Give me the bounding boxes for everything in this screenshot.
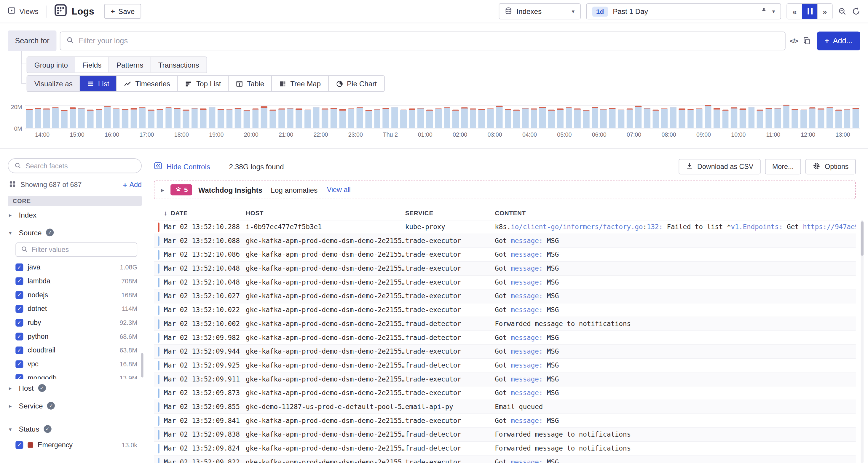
facet-item-cloudtrail[interactable]: ✓cloudtrail63.8M [8, 343, 144, 357]
facet-header-index[interactable]: ▸Index [8, 206, 144, 224]
histogram-bar[interactable] [574, 109, 581, 128]
facet-item-mongodb[interactable]: ✓mongodb13.9M [8, 371, 144, 379]
histogram-bar[interactable] [339, 110, 346, 128]
checkbox-checked[interactable]: ✓ [16, 346, 23, 354]
histogram-bar[interactable] [679, 109, 685, 128]
facet-search-input[interactable] [26, 162, 135, 169]
histogram-bar[interactable] [217, 110, 224, 128]
log-row[interactable]: Mar 02 13:52:09.911gke-kafka-apm-prod-de… [154, 373, 856, 387]
log-row[interactable]: Mar 02 13:52:10.048gke-kafka-apm-prod-de… [154, 276, 856, 289]
viz-tab-list[interactable]: List [80, 76, 117, 91]
histogram-bar[interactable] [244, 110, 250, 128]
download-csv-button[interactable]: Download as CSV [678, 159, 761, 174]
histogram-bar[interactable] [435, 108, 441, 128]
log-row[interactable]: Mar 02 13:52:09.838gke-kafka-apm-prod-de… [154, 428, 856, 442]
histogram-bar[interactable] [539, 107, 546, 128]
viz-tab-tree-map[interactable]: Tree Map [272, 76, 328, 91]
log-row[interactable]: Mar 02 13:52:09.925gke-kafka-apm-prod-de… [154, 359, 856, 373]
column-header-content[interactable]: CONTENT [495, 210, 856, 216]
views-button[interactable]: Views [8, 6, 38, 16]
histogram-bar[interactable] [774, 108, 781, 128]
facet-item-emergency[interactable]: ✓Emergency13.0k [8, 438, 144, 452]
facet-header-status[interactable]: ▾Status✓ [8, 420, 144, 438]
histogram-bar[interactable] [278, 109, 285, 128]
histogram-bar[interactable] [478, 110, 485, 128]
log-row[interactable]: Mar 02 13:52:10.088gke-kafka-apm-prod-de… [154, 234, 856, 248]
log-row[interactable]: Mar 02 13:52:10.022gke-kafka-apm-prod-de… [154, 303, 856, 317]
checkbox-checked[interactable]: ✓ [16, 360, 23, 368]
histogram-bar[interactable] [392, 107, 398, 128]
histogram-bar[interactable] [426, 110, 433, 128]
add-facet-link[interactable]: +Add [123, 181, 142, 189]
histogram-bar[interactable] [740, 109, 746, 128]
histogram-bar[interactable] [748, 107, 755, 128]
checkbox-checked[interactable]: ✓ [16, 332, 23, 340]
time-range-picker[interactable]: 1d Past 1 Day ▾ [586, 3, 781, 19]
facet-item-java[interactable]: ✓java1.08G [8, 260, 144, 274]
checkbox-checked[interactable]: ✓ [16, 277, 23, 285]
histogram-bar[interactable] [844, 109, 850, 128]
viz-tab-top-list[interactable]: Top List [177, 76, 228, 91]
histogram-bar[interactable] [409, 109, 415, 128]
histogram-bar[interactable] [731, 107, 737, 128]
search-input[interactable] [79, 36, 779, 45]
facet-header-service[interactable]: ▸Service✓ [8, 397, 144, 415]
histogram-bar[interactable] [609, 108, 615, 128]
checkbox-checked[interactable]: ✓ [16, 374, 23, 379]
table-scrollbar[interactable] [861, 220, 864, 463]
histogram-bar[interactable] [70, 107, 76, 128]
column-header-service[interactable]: SERVICE [405, 210, 495, 216]
histogram-bar[interactable] [557, 109, 563, 128]
chevron-right-icon[interactable]: ▸ [161, 186, 164, 193]
histogram-bar[interactable] [61, 110, 67, 128]
histogram-bar[interactable] [191, 108, 198, 128]
histogram-bar[interactable] [139, 107, 146, 128]
histogram-bar[interactable] [104, 106, 111, 128]
log-row[interactable]: Mar 02 13:52:09.873gke-kafka-apm-prod-de… [154, 386, 856, 400]
zoom-out-icon[interactable] [838, 7, 846, 16]
log-row[interactable]: Mar 02 13:52:09.824gke-kafka-apm-prod-de… [154, 442, 856, 456]
histogram-bar[interactable] [496, 106, 502, 128]
viz-tab-table[interactable]: Table [228, 76, 272, 91]
histogram-bar[interactable] [705, 105, 711, 128]
histogram-bar[interactable] [305, 110, 311, 128]
histogram-bar[interactable] [52, 107, 59, 128]
facet-header-host[interactable]: ▸Host✓ [8, 379, 144, 397]
histogram-bar[interactable] [687, 110, 694, 128]
histogram-bar[interactable] [600, 109, 607, 128]
histogram-bar[interactable] [174, 108, 181, 128]
histogram-bar[interactable] [800, 110, 807, 128]
histogram-bar[interactable] [548, 110, 555, 128]
histogram-bar[interactable] [270, 110, 276, 128]
log-row[interactable]: Mar 02 13:52:09.841gke-kafka-apm-prod-de… [154, 414, 856, 428]
histogram-bar[interactable] [583, 110, 589, 128]
column-header-host[interactable]: HOST [246, 210, 405, 216]
pin-icon[interactable] [761, 7, 767, 16]
pause-button[interactable] [802, 4, 817, 19]
save-button[interactable]: + Save [104, 4, 142, 19]
histogram-bar[interactable] [26, 109, 33, 128]
histogram-bar[interactable] [827, 107, 833, 128]
histogram-bar[interactable] [444, 107, 450, 128]
histogram-bar[interactable] [400, 110, 407, 128]
histogram-bar[interactable] [652, 110, 659, 128]
viz-tab-pie-chart[interactable]: Pie Chart [328, 76, 384, 91]
histogram-bar[interactable] [252, 109, 259, 128]
viz-tab-timeseries[interactable]: Timeseries [117, 76, 178, 91]
histogram-bar[interactable] [165, 107, 172, 128]
log-row[interactable]: Mar 02 13:52:09.822gke-kafka-apm-prod-de… [154, 456, 856, 463]
facet-item-lambda[interactable]: ✓lambda708M [8, 274, 144, 288]
column-header-date[interactable]: ↓DATE [164, 209, 246, 217]
histogram-bar[interactable] [113, 109, 120, 128]
histogram-bar[interactable] [714, 108, 720, 128]
histogram-bar[interactable] [592, 107, 598, 128]
histogram-bar[interactable] [696, 108, 703, 128]
histogram-bar[interactable] [670, 107, 677, 128]
log-row[interactable]: Mar 02 13:52:10.027gke-kafka-apm-prod-de… [154, 289, 856, 304]
checkbox-checked[interactable]: ✓ [16, 441, 23, 449]
watchdog-insights-banner[interactable]: ▸ 5 Watchdog Insights Log anomalies View… [154, 181, 856, 199]
histogram-bar[interactable] [348, 109, 354, 128]
skip-forward-button[interactable]: » [817, 4, 832, 19]
scrollbar-thumb[interactable] [861, 221, 864, 256]
histogram-bar[interactable] [331, 108, 337, 128]
